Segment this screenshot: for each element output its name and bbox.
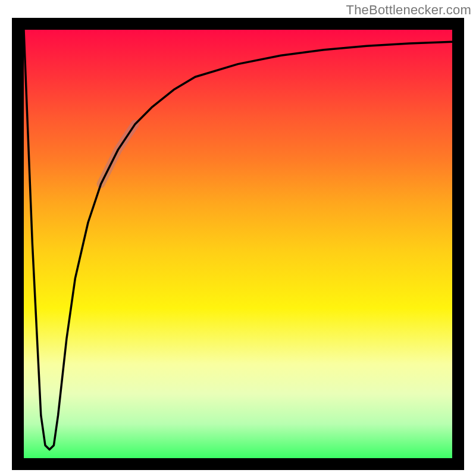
chart-container: TheBottleneсker.com — [0, 0, 476, 476]
watermark-label: TheBottleneсker.com — [346, 2, 471, 18]
plot-frame — [12, 18, 464, 470]
curve-layer — [24, 30, 452, 458]
bottleneck-curve — [24, 30, 452, 450]
